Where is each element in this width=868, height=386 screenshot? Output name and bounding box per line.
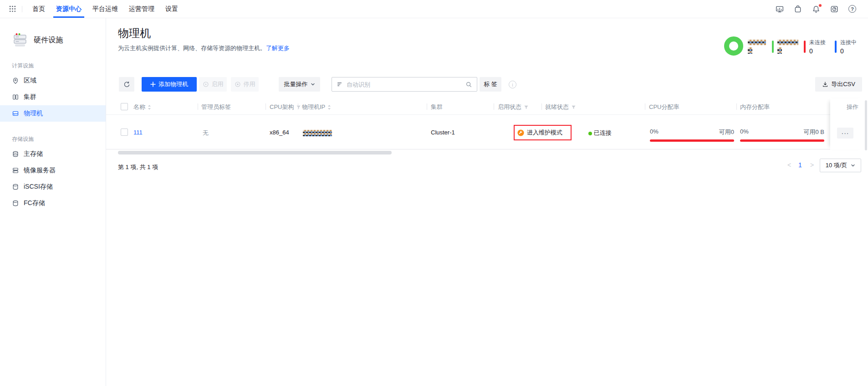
app-grid-icon[interactable]: [6, 3, 18, 15]
horizontal-scrollbar[interactable]: [118, 151, 392, 154]
ready-status-value: 已连接: [594, 129, 612, 137]
toolbar: 添加物理机 启用 停用 批量操作 标 签 i: [106, 77, 868, 92]
sidebar-item-label: 区域: [24, 77, 36, 85]
nav-item-resource-center[interactable]: 资源中心: [51, 0, 87, 18]
column-divider: [198, 103, 198, 110]
censored-host-ip: [303, 130, 332, 136]
nav-item-settings[interactable]: 设置: [160, 0, 184, 18]
sort-icon[interactable]: [148, 104, 151, 110]
column-label: 内存分配率: [740, 103, 770, 111]
play-circle-icon: [203, 81, 209, 87]
top-nav-bar: 首页 资源中心 平台运维 运营管理 设置 ?: [0, 0, 868, 18]
add-host-button[interactable]: 添加物理机: [142, 77, 197, 92]
page-size-select[interactable]: 10 项/页: [820, 159, 861, 172]
column-divider: [645, 103, 645, 110]
column-divider: [494, 103, 494, 110]
batch-actions-button[interactable]: 批量操作: [279, 77, 320, 92]
enable-status-highlight-box: 进入维护模式: [514, 125, 572, 140]
column-divider: [427, 103, 427, 110]
enable-button[interactable]: 启用: [199, 77, 227, 92]
column-header-cpu-arch[interactable]: CPU架构: [270, 103, 301, 111]
vertical-scrollbar[interactable]: [865, 100, 867, 150]
mem-available: 可用0 B: [803, 128, 824, 136]
cpu-allocation-bar: [650, 139, 734, 142]
host-status-donut-chart: [724, 36, 744, 56]
page-subtitle: 为云主机实例提供计算、网络、存储等资源的物理主机。了解更多: [118, 44, 290, 52]
column-header-enable-status[interactable]: 启用状态: [498, 103, 529, 111]
censored-stat-label: [777, 40, 798, 45]
column-header-ready-status[interactable]: 就绪状态: [545, 103, 576, 111]
filter-lines-icon[interactable]: [337, 81, 343, 87]
stat-value: 0: [840, 47, 857, 55]
column-label: 启用状态: [498, 103, 521, 111]
sidebar-item-image-server[interactable]: 镜像服务器: [0, 162, 106, 179]
row-checkbox[interactable]: [121, 129, 128, 136]
filter-funnel-icon[interactable]: [296, 105, 301, 110]
package-icon[interactable]: [794, 5, 802, 13]
refresh-icon: [123, 81, 130, 88]
app-root: 首页 资源中心 平台运维 运营管理 设置 ?: [0, 0, 868, 386]
column-label: 管理员标签: [201, 103, 231, 111]
row-more-actions-button[interactable]: ···: [837, 128, 853, 139]
disable-button[interactable]: 停用: [231, 77, 259, 92]
nav-item-platform-ops[interactable]: 平台运维: [87, 0, 123, 18]
nav-item-home[interactable]: 首页: [27, 0, 51, 18]
stat-label: 连接中: [840, 39, 857, 46]
main-content: 物理机 为云主机实例提供计算、网络、存储等资源的物理主机。了解更多 未连接 0 …: [106, 18, 868, 386]
sidebar-header: 硬件设施: [0, 18, 106, 48]
stat-item-disconnected: 未连接 0: [809, 39, 826, 55]
search-input[interactable]: [347, 81, 462, 88]
gauge-icon[interactable]: [830, 5, 838, 13]
search-icon[interactable]: [465, 81, 472, 88]
notification-badge: [818, 4, 822, 7]
monitor-icon[interactable]: [776, 5, 784, 13]
column-header-mem-allocation: 内存分配率: [740, 103, 770, 111]
divider: [22, 6, 22, 12]
bell-icon[interactable]: [812, 5, 820, 13]
select-all-checkbox[interactable]: [121, 103, 128, 110]
tag-button[interactable]: 标 签: [480, 77, 501, 92]
sidebar-section-compute: 计算设施: [0, 62, 106, 70]
sidebar-item-primary-storage[interactable]: 主存储: [0, 146, 106, 162]
pagination-next-button[interactable]: >: [810, 161, 814, 169]
batch-actions-label: 批量操作: [284, 80, 308, 88]
column-header-name[interactable]: 名称: [133, 103, 151, 111]
stat-item-censored-2: [777, 39, 798, 54]
sidebar-item-label: 物理机: [24, 109, 43, 118]
column-divider: [736, 103, 737, 110]
page-size-value: 10 项/页: [826, 161, 848, 170]
sidebar-item-cluster[interactable]: 集群: [0, 89, 106, 105]
learn-more-link[interactable]: 了解更多: [266, 45, 290, 51]
info-icon[interactable]: i: [509, 81, 516, 88]
disable-label: 停用: [244, 80, 255, 88]
column-header-cpu-allocation: CPU分配率: [649, 103, 679, 111]
page-title: 物理机: [118, 26, 151, 41]
refresh-button[interactable]: [119, 77, 134, 92]
sidebar-item-iscsi-storage[interactable]: iSCSI存储: [0, 179, 106, 195]
stat-value: 0: [809, 47, 826, 55]
filter-funnel-icon[interactable]: [524, 105, 529, 110]
pagination-current-page[interactable]: 1: [798, 161, 802, 169]
mem-percent: 0%: [740, 128, 749, 136]
censored-stat-label: [748, 40, 766, 45]
sidebar: 硬件设施 计算设施 区域 集群 物理机 存储设施 主存储 镜像服务器 iSCSI…: [0, 18, 106, 386]
column-header-host-ip[interactable]: 物理机IP: [302, 103, 331, 111]
enable-label: 启用: [212, 80, 224, 88]
sidebar-item-zone[interactable]: 区域: [0, 72, 106, 89]
host-name-link[interactable]: 111: [133, 129, 143, 136]
filter-funnel-icon[interactable]: [571, 105, 576, 110]
export-csv-button[interactable]: 导出CSV: [815, 77, 862, 92]
pagination-prev-button[interactable]: <: [787, 161, 791, 169]
items-count-summary: 第 1 项, 共 1 项: [118, 163, 158, 171]
sort-icon[interactable]: [327, 104, 331, 110]
sidebar-item-fc-storage[interactable]: FC存储: [0, 195, 106, 211]
sidebar-item-label: 集群: [24, 93, 36, 101]
sidebar-item-host[interactable]: 物理机: [0, 105, 106, 122]
column-divider: [541, 103, 542, 110]
admin-tag-value: 无: [203, 129, 209, 137]
help-icon[interactable]: ?: [848, 5, 856, 13]
stat-color-bar: [772, 41, 774, 53]
sidebar-item-label: 主存储: [24, 150, 43, 158]
sidebar-item-label: 镜像服务器: [24, 166, 56, 175]
nav-item-operation-mgmt[interactable]: 运营管理: [123, 0, 160, 18]
